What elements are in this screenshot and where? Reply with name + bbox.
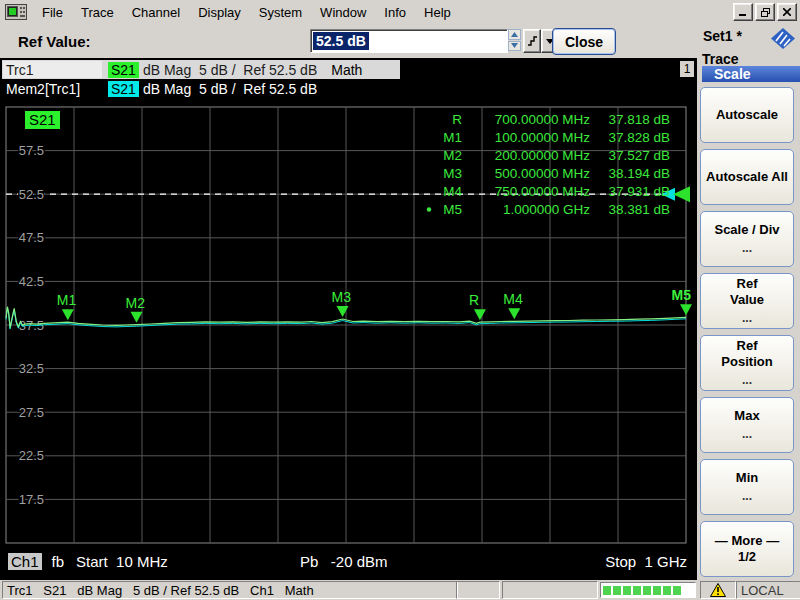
softkey-scale-div[interactable]: Scale / Div... <box>700 211 794 267</box>
softkey-label: Autoscale <box>716 107 778 123</box>
menu-display[interactable]: Display <box>189 2 250 23</box>
start-frequency-label: Start 10 MHz <box>76 553 168 570</box>
marker-symbol-m1[interactable] <box>62 309 74 320</box>
close-entry-button[interactable]: Close <box>552 28 616 55</box>
warning-indicator[interactable] <box>700 581 736 599</box>
marker-label-m5: M5 <box>672 287 692 303</box>
softkey-label: Scale / Div <box>714 222 779 238</box>
softkey-label: Max <box>734 408 759 424</box>
softkey-autoscale-all[interactable]: Autoscale All <box>700 149 794 205</box>
y-axis-tick-label: 27.5 <box>19 405 44 420</box>
step-size-button[interactable] <box>523 29 541 53</box>
y-axis-tick-label: 22.5 <box>19 448 44 463</box>
submenu-header[interactable]: Scale <box>702 66 800 82</box>
softkey-label: — More — 1/2 <box>715 533 779 566</box>
spin-up-icon[interactable] <box>508 29 521 40</box>
menu-info[interactable]: Info <box>375 2 415 23</box>
sweep-mode-label: fb <box>52 553 65 570</box>
softkey-ellipsis: ... <box>742 311 752 326</box>
marker-table-frequency: 700.00000 MHz <box>495 112 591 127</box>
menu-help[interactable]: Help <box>415 2 460 23</box>
softkey-label: Ref Value <box>730 276 764 309</box>
ref-value-entry-bar: Ref Value: 52.5 dB Close <box>0 25 697 58</box>
marker-label-m2: M2 <box>126 295 146 311</box>
softkey-min[interactable]: Min... <box>700 459 794 515</box>
softkey-label: Min <box>736 470 758 486</box>
marker-symbol-m2[interactable] <box>131 312 143 323</box>
marker-table-frequency: 500.00000 MHz <box>495 166 591 181</box>
sweep-progress-bar <box>600 582 696 598</box>
progress-block <box>633 586 641 595</box>
menu-window[interactable]: Window <box>311 2 375 23</box>
minimize-button[interactable] <box>733 3 753 21</box>
spin-down-icon[interactable] <box>508 41 521 52</box>
progress-block <box>653 586 661 595</box>
softkey-more-1-2[interactable]: — More — 1/2 <box>700 521 794 577</box>
ref-value-label: Ref Value: <box>18 33 91 50</box>
marker-table-name: M5 <box>443 202 462 217</box>
y-axis-tick-label: 32.5 <box>19 361 44 376</box>
marker-table-frequency: 200.00000 MHz <box>495 148 591 163</box>
diagram-area: Trc1 S21 dB Mag 5 dB / Ref 52.5 dB Math … <box>0 58 697 580</box>
restore-button[interactable] <box>755 3 775 21</box>
marker-label-m1: M1 <box>57 292 77 308</box>
menu-group-label: Trace <box>702 51 739 67</box>
close-icon <box>783 8 791 16</box>
softkey-ellipsis: ... <box>742 427 752 442</box>
ref-value-spinner[interactable] <box>508 29 521 51</box>
marker-table-name: M1 <box>443 130 462 145</box>
menu-channel[interactable]: Channel <box>123 2 189 23</box>
marker-table-level: 37.527 dB <box>608 148 670 163</box>
restore-icon <box>761 8 770 17</box>
progress-block <box>643 586 651 595</box>
rohde-schwarz-logo <box>770 27 796 50</box>
marker-symbol-m4[interactable] <box>508 308 520 319</box>
menu-trace[interactable]: Trace <box>72 2 123 23</box>
status-section-1 <box>456 581 500 599</box>
marker-table-name: M2 <box>443 148 462 163</box>
menu-file[interactable]: File <box>33 2 72 23</box>
marker-table-name: M3 <box>443 166 462 181</box>
progress-block <box>663 586 671 595</box>
marker-table-level: 38.381 dB <box>608 202 670 217</box>
app-icon <box>5 4 27 21</box>
softkey-max[interactable]: Max... <box>700 397 794 453</box>
softkey-autoscale[interactable]: Autoscale <box>700 87 794 143</box>
marker-label-m3: M3 <box>332 289 352 305</box>
y-axis-tick-label: 52.5 <box>19 187 44 202</box>
menu-bar: File Trace Channel Display System Window… <box>0 0 800 26</box>
menu-system[interactable]: System <box>250 2 311 23</box>
marker-label-r: R <box>469 292 479 308</box>
marker-table-level: 37.828 dB <box>608 130 670 145</box>
progress-block <box>673 586 681 595</box>
softkey-ref-position[interactable]: Ref Position... <box>700 335 794 391</box>
softkey-label: Ref Position <box>721 338 772 371</box>
minimize-icon <box>739 8 747 16</box>
softkey-label: Autoscale All <box>706 169 788 185</box>
marker-symbol-m5[interactable] <box>680 304 692 315</box>
progress-block <box>623 586 631 595</box>
status-bar: Trc1 S21 dB Mag 5 dB / Ref 52.5 dB Ch1 M… <box>0 580 800 600</box>
softkey-ref-value[interactable]: Ref Value... <box>700 273 794 329</box>
close-window-button[interactable] <box>777 3 797 21</box>
marker-symbol-m3[interactable] <box>337 306 349 317</box>
marker-symbol-r[interactable] <box>474 309 486 320</box>
channel-info-line: Ch1 fb Start 10 MHz Pb -20 dBm Stop 1 GH… <box>0 550 697 572</box>
marker-table-frequency: 750.00000 MHz <box>495 184 591 199</box>
plot-grid: 57.552.547.542.537.532.527.522.517.5RM1M… <box>0 58 697 580</box>
ref-value-input[interactable]: 52.5 dB <box>310 29 508 53</box>
port-power-label: Pb -20 dBm <box>300 553 388 570</box>
marker-table-level: 37.931 dB <box>608 184 670 199</box>
warning-icon <box>710 583 726 597</box>
trace-ref-arrow-icon <box>673 186 690 202</box>
stop-frequency-label: Stop 1 GHz <box>605 553 687 570</box>
status-trace-info: Trc1 S21 dB Mag 5 dB / Ref 52.5 dB Ch1 M… <box>2 581 458 599</box>
softkey-panel: Set1 * Trace Scale AutoscaleAutoscale Al… <box>697 25 800 580</box>
marker-table-level: 37.818 dB <box>608 112 670 127</box>
progress-block <box>603 586 611 595</box>
y-axis-tick-label: 42.5 <box>19 274 44 289</box>
progress-block <box>613 586 621 595</box>
marker-table-frequency: 100.00000 MHz <box>495 130 591 145</box>
y-axis-tick-label: 57.5 <box>19 143 44 158</box>
softkey-ellipsis: ... <box>742 489 752 504</box>
